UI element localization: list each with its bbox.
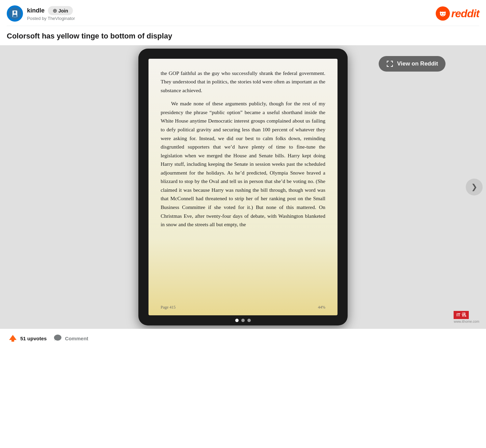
image-dots [235,319,251,322]
dot-1 [235,319,239,322]
kindle-screen: the GOP faithful as the guy who successf… [148,59,338,315]
next-chevron-icon: ❯ [471,183,477,191]
subreddit-info: kindle ⊕ Join Posted by TheVloginator [27,6,75,21]
header-left: kindle ⊕ Join Posted by TheVloginator [7,5,75,22]
subreddit-avatar [7,5,23,22]
svg-point-6 [443,13,444,14]
reddit-alien-icon [438,9,448,18]
kindle-paragraph-2: We made none of these arguments publicly… [161,99,325,229]
subreddit-name-row: kindle ⊕ Join [27,6,75,15]
svg-point-5 [441,13,442,14]
svg-rect-12 [11,340,14,342]
footer-bar: 51 upvotes Comment [0,329,486,348]
expand-icon [386,60,394,68]
next-button[interactable]: ❯ [466,179,483,195]
upvotes-button[interactable]: 51 upvotes [8,334,47,343]
kindle-text: the GOP faithful as the guy who successf… [161,69,325,229]
watermark-url: www.ithome.com [454,320,479,323]
dot-3 [247,319,251,322]
view-on-reddit-button[interactable]: View on Reddit [379,56,446,72]
image-area: the GOP faithful as the guy who successf… [0,45,486,329]
kindle-progress: 44% [318,305,325,310]
svg-marker-11 [9,335,17,340]
kindle-device: the GOP faithful as the guy who successf… [138,49,348,325]
watermark: IT 讯 www.ithome.com [454,311,479,323]
footer-left: 51 upvotes Comment [8,334,88,343]
upvotes-count: 51 upvotes [20,336,47,341]
kindle-footer: Page 415 44% [161,305,325,310]
join-button[interactable]: ⊕ Join [48,6,73,15]
svg-point-2 [14,11,16,14]
join-label: Join [58,8,68,14]
comment-button[interactable]: Comment [53,334,88,343]
plus-icon: ⊕ [53,7,57,14]
subreddit-name: kindle [27,7,45,14]
watermark-text: IT 讯 [456,312,466,317]
page-wrapper: kindle ⊕ Join Posted by TheVloginator [0,0,486,448]
kindle-page-number: Page 415 [161,305,176,310]
kindle-paragraph-1: the GOP faithful as the guy who successf… [161,69,325,95]
post-title: Colorsoft has yellow tinge to bottom of … [0,26,486,45]
posted-by: Posted by TheVloginator [27,16,75,21]
kindle-avatar-icon [9,7,21,20]
watermark-box: IT 讯 [454,311,468,319]
reddit-logo-circle [436,6,450,21]
comment-icon [53,334,62,343]
dot-2 [241,319,245,322]
reddit-wordmark: reddit [451,7,479,20]
comment-label: Comment [65,336,88,341]
reddit-logo: reddit [436,6,479,21]
header: kindle ⊕ Join Posted by TheVloginator [0,0,486,26]
upvote-arrow-icon [8,334,18,343]
view-on-reddit-label: View on Reddit [397,60,438,67]
